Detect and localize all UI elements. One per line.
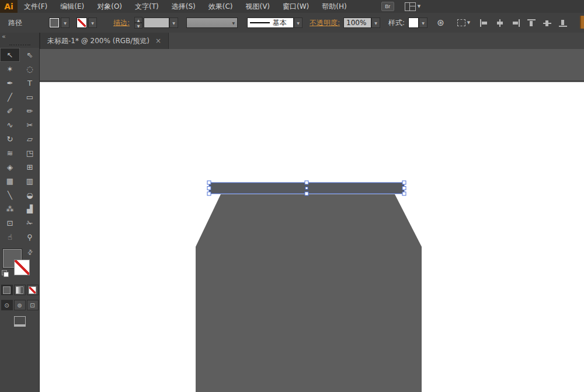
- draw-inside-button[interactable]: ⊡: [27, 300, 39, 310]
- menu-edit[interactable]: 编辑(E): [54, 0, 91, 13]
- bottle-body-shape[interactable]: [196, 194, 422, 392]
- fill-dropdown-icon[interactable]: ▼: [61, 18, 69, 28]
- menu-select[interactable]: 选择(S): [165, 0, 202, 13]
- column-graph-tool[interactable]: ▟: [20, 202, 40, 216]
- menu-file[interactable]: 文件(F): [18, 0, 54, 13]
- bridge-button[interactable]: Br: [381, 2, 394, 11]
- app-logo[interactable]: Ai: [0, 0, 18, 13]
- shape-builder-tool[interactable]: ◈: [0, 160, 20, 174]
- fill-swatch[interactable]: [49, 18, 60, 28]
- symbol-sprayer-tool[interactable]: ⁂: [0, 202, 20, 216]
- swap-fill-stroke-icon[interactable]: ⇄: [26, 248, 35, 257]
- line-segment-tool[interactable]: ╱: [0, 90, 20, 104]
- rectangle-tool[interactable]: ▭: [20, 90, 40, 104]
- rotate-tool[interactable]: ↻: [0, 132, 20, 146]
- style-dropdown-icon[interactable]: ▼: [419, 18, 427, 28]
- menu-object[interactable]: 对象(O): [91, 0, 128, 13]
- align-to-selection-button[interactable]: ▼: [457, 19, 470, 26]
- draw-normal-button[interactable]: ⊙: [1, 300, 13, 310]
- paintbrush-tool[interactable]: ✐: [0, 104, 20, 118]
- style-label: 样式:: [388, 18, 405, 28]
- menu-window[interactable]: 窗口(W): [276, 0, 315, 13]
- horizontal-align-left-icon[interactable]: [479, 19, 489, 27]
- document-tab[interactable]: 未标题-1* @ 200% (RGB/预览) ×: [40, 33, 169, 49]
- gradient-button[interactable]: [14, 285, 26, 295]
- horizontal-align-center-icon[interactable]: [495, 19, 505, 27]
- blend-tool[interactable]: ◒: [20, 188, 40, 202]
- free-transform-tool[interactable]: ◳: [20, 146, 40, 160]
- collapse-panel-icon[interactable]: «: [2, 33, 6, 40]
- selection-handle[interactable]: [402, 187, 406, 190]
- selection-handle[interactable]: [305, 181, 308, 184]
- panel-grip-handle[interactable]: [9, 44, 30, 46]
- direct-selection-tool[interactable]: ⇖: [20, 48, 40, 62]
- stroke-panel-link[interactable]: 描边:: [113, 18, 130, 28]
- screen-mode-icon[interactable]: [14, 316, 26, 327]
- none-button[interactable]: [27, 285, 39, 295]
- canvas-area[interactable]: [40, 49, 584, 392]
- recolor-artwork-icon[interactable]: ⊛: [437, 18, 444, 28]
- stroke-dropdown-icon[interactable]: ▼: [88, 18, 97, 28]
- width-profile-select[interactable]: ▼: [186, 18, 238, 28]
- style-swatch[interactable]: [408, 18, 419, 28]
- arrange-documents-button[interactable]: ▼: [405, 2, 420, 11]
- pen-tool[interactable]: ✒: [0, 76, 20, 90]
- align-buttons: [479, 19, 568, 27]
- brush-dropdown-icon[interactable]: ▼: [294, 18, 303, 28]
- gradient-tool[interactable]: ▥: [20, 174, 40, 188]
- vertical-align-center-icon[interactable]: [543, 19, 552, 27]
- selection-handle[interactable]: [207, 181, 211, 184]
- magic-wand-tool[interactable]: ✶: [0, 62, 20, 76]
- selection-handle[interactable]: [402, 181, 406, 184]
- fill-color-control[interactable]: ▼: [49, 18, 69, 28]
- opacity-dropdown-icon[interactable]: ▼: [371, 18, 380, 28]
- selection-handle[interactable]: [402, 192, 406, 195]
- tools-panel-header: «: [0, 33, 39, 48]
- stroke-weight-input[interactable]: [144, 18, 169, 28]
- menu-effect[interactable]: 效果(C): [202, 0, 239, 13]
- mesh-tool[interactable]: ▦: [0, 174, 20, 188]
- type-tool[interactable]: T: [20, 76, 40, 90]
- brush-definition-select[interactable]: 基本: [247, 18, 294, 28]
- stroke-color-control[interactable]: ▼: [77, 18, 97, 28]
- illustrator-window: Ai 文件(F) 编辑(E) 对象(O) 文字(T) 选择(S) 效果(C) 视…: [0, 0, 584, 392]
- draw-behind-button[interactable]: ⊚: [14, 300, 26, 310]
- artboard-tool[interactable]: ⊡: [0, 216, 20, 230]
- selection-handle[interactable]: [305, 192, 308, 195]
- stepper-up-icon[interactable]: ▲: [134, 17, 142, 23]
- selection-tool[interactable]: ↖: [0, 48, 20, 62]
- default-fill-stroke-icon[interactable]: [2, 270, 9, 277]
- vertical-align-top-icon[interactable]: [527, 19, 536, 27]
- opacity-panel-link[interactable]: 不透明度:: [310, 18, 340, 28]
- pasteboard: [40, 49, 584, 82]
- lasso-tool[interactable]: ◌: [20, 62, 40, 76]
- magic-wand-tool-icon: ✶: [7, 65, 13, 74]
- perspective-grid-tool-icon: ⊞: [27, 163, 33, 172]
- horizontal-align-right-icon[interactable]: [511, 19, 520, 27]
- selection-handle[interactable]: [207, 187, 211, 190]
- color-icon: [3, 286, 11, 294]
- blob-brush-tool[interactable]: ∿: [0, 118, 20, 132]
- menu-type[interactable]: 文字(T): [128, 0, 165, 13]
- scissors-tool[interactable]: ✂: [20, 118, 40, 132]
- hand-tool[interactable]: ☝: [0, 230, 20, 244]
- perspective-grid-tool[interactable]: ⊞: [20, 160, 40, 174]
- stroke-swatch[interactable]: [14, 260, 30, 275]
- zoom-tool[interactable]: ⚲: [20, 230, 40, 244]
- selection-handle[interactable]: [207, 192, 211, 195]
- menu-help[interactable]: 帮助(H): [315, 0, 353, 13]
- opacity-input[interactable]: 100%: [343, 18, 371, 28]
- stepper-down-icon[interactable]: ▼: [134, 23, 142, 29]
- stroke-weight-stepper[interactable]: ▲ ▼: [134, 17, 142, 29]
- color-button[interactable]: [1, 285, 13, 295]
- menu-view[interactable]: 视图(V): [239, 0, 276, 13]
- stroke-none-swatch[interactable]: [77, 18, 87, 28]
- close-icon[interactable]: ×: [155, 37, 161, 44]
- slice-tool[interactable]: ✁: [20, 216, 40, 230]
- eyedropper-tool[interactable]: ╲: [0, 188, 20, 202]
- stroke-weight-dropdown-icon[interactable]: ▼: [169, 18, 178, 28]
- vertical-align-bottom-icon[interactable]: [558, 19, 568, 27]
- width-tool[interactable]: ≋: [0, 146, 20, 160]
- scale-tool[interactable]: ▱: [20, 132, 40, 146]
- pencil-tool[interactable]: ✏: [20, 104, 40, 118]
